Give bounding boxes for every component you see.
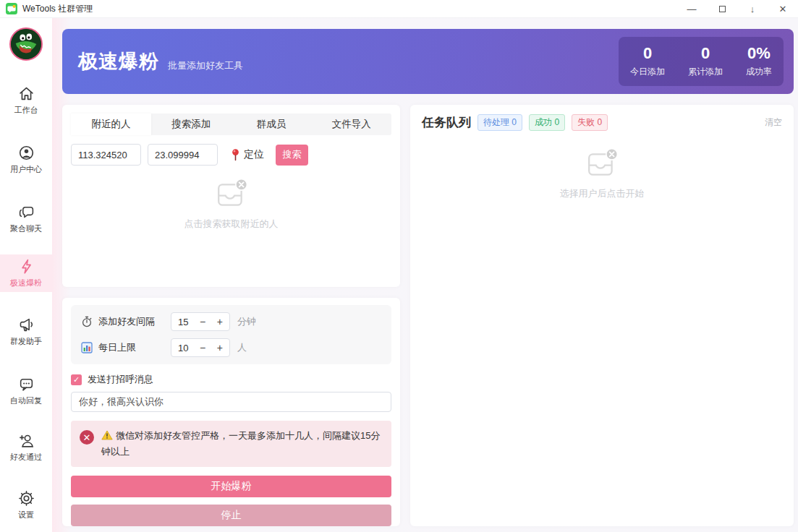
greeting-checkbox-label: 发送打招呼消息 xyxy=(88,373,153,386)
longitude-input[interactable] xyxy=(71,144,141,166)
titlebar: WeTools 社群管理 — ↓ ✕ xyxy=(0,0,798,18)
coordinate-row: 定位 搜索 xyxy=(71,144,391,166)
stop-button[interactable]: 停止 xyxy=(71,505,391,526)
close-button[interactable]: ✕ xyxy=(768,0,798,17)
sidebar-item-label: 自动回复 xyxy=(10,395,42,406)
lightning-icon xyxy=(18,258,35,275)
interval-decrease-button[interactable]: − xyxy=(200,317,205,327)
daily-limit-unit: 人 xyxy=(237,341,247,354)
daily-limit-label: 每日上限 xyxy=(98,341,171,354)
interval-value: 15 xyxy=(178,317,188,327)
sidebar-item-workbench[interactable]: 工作台 xyxy=(0,82,52,119)
success-badge: 成功 0 xyxy=(529,114,565,131)
auto-reply-icon xyxy=(18,376,35,392)
tab-group-members[interactable]: 群成员 xyxy=(232,113,312,135)
greeting-message-input[interactable] xyxy=(71,392,391,412)
badge-count: 0 xyxy=(554,117,559,127)
page-subtitle: 批量添加好友工具 xyxy=(168,59,243,72)
locate-label: 定位 xyxy=(244,148,264,161)
app-logo-icon xyxy=(6,3,17,14)
empty-inbox-icon xyxy=(586,148,618,180)
home-icon xyxy=(18,85,35,102)
sidebar-item-label: 好友通过 xyxy=(10,452,42,463)
maximize-button[interactable] xyxy=(707,0,737,17)
interval-row: 添加好友间隔 15 − + 分钟 xyxy=(81,312,381,331)
stat-value: 0 xyxy=(630,45,665,62)
sidebar-item-user-center[interactable]: 用户中心 xyxy=(0,141,52,179)
badge-count: 0 xyxy=(597,117,602,127)
interval-unit: 分钟 xyxy=(237,315,256,328)
nearby-empty-state: 点击搜索获取附近的人 xyxy=(71,179,391,231)
badge-count: 0 xyxy=(512,117,517,127)
greeting-checkbox-row[interactable]: ✓ 发送打招呼消息 xyxy=(71,373,391,386)
failed-badge: 失败 0 xyxy=(572,114,608,131)
tab-bar: 附近的人 搜索添加 群成员 文件导入 xyxy=(71,113,391,135)
sidebar-item-rapid-fans[interactable]: 极速爆粉 xyxy=(0,254,52,292)
user-icon xyxy=(18,145,35,161)
chat-bubbles-icon xyxy=(18,204,35,220)
sidebar-item-label: 工作台 xyxy=(14,105,38,116)
daily-limit-decrease-button[interactable]: − xyxy=(200,343,205,353)
queue-empty-state: 选择用户后点击开始 xyxy=(422,148,782,200)
search-button[interactable]: 搜索 xyxy=(276,145,308,166)
banner: 极速爆粉 批量添加好友工具 0 今日添加 0 累计添加 0% 成功率 xyxy=(62,29,794,94)
badge-label: 成功 xyxy=(535,117,552,127)
warning-message: 微信对添加好友管控严格，一天最多添加十几人，间隔建议15分钟以上 xyxy=(101,430,380,457)
stat-value: 0 xyxy=(688,45,723,62)
queue-title: 任务队列 xyxy=(422,114,471,131)
sidebar-item-auto-reply[interactable]: 自动回复 xyxy=(0,372,52,410)
stat-total-added: 0 累计添加 xyxy=(688,45,723,77)
download-update-button[interactable]: ↓ xyxy=(737,0,768,17)
empty-inbox-icon xyxy=(216,179,247,210)
sidebar-item-friend-approve[interactable]: 好友通过 xyxy=(0,429,52,466)
pending-badge: 待处理 0 xyxy=(477,114,522,131)
daily-limit-row: 每日上限 10 − + 人 xyxy=(81,338,381,357)
gear-icon xyxy=(18,490,35,507)
warning-triangle-icon xyxy=(101,430,113,440)
daily-limit-increase-button[interactable]: + xyxy=(217,343,223,353)
window-controls: — ↓ ✕ xyxy=(676,0,798,17)
sidebar-item-settings[interactable]: 设置 xyxy=(0,486,52,524)
person-add-icon xyxy=(18,432,35,449)
stat-label: 累计添加 xyxy=(688,66,723,78)
task-queue-panel: 任务队列 待处理 0 成功 0 失败 0 清空 选择用户后点击开始 xyxy=(410,105,794,526)
empty-hint-text: 选择用户后点击开始 xyxy=(560,187,645,200)
sidebar-item-mass-send[interactable]: 群发助手 xyxy=(0,313,52,351)
tab-nearby-people[interactable]: 附近的人 xyxy=(71,113,151,135)
stats-box: 0 今日添加 0 累计添加 0% 成功率 xyxy=(619,37,784,86)
latitude-input[interactable] xyxy=(148,144,218,166)
locate-button[interactable]: 定位 xyxy=(231,148,264,161)
stat-today-added: 0 今日添加 xyxy=(630,45,665,77)
interval-stepper[interactable]: 15 − + xyxy=(171,312,230,331)
minimize-button[interactable]: — xyxy=(676,0,707,17)
interval-increase-button[interactable]: + xyxy=(217,317,223,327)
sidebar-item-label: 用户中心 xyxy=(10,164,42,175)
settings-panel: 添加好友间隔 15 − + 分钟 每日上限 xyxy=(62,298,400,526)
main-content: 极速爆粉 批量添加好友工具 0 今日添加 0 累计添加 0% 成功率 附近的人 … xyxy=(52,18,798,532)
greeting-checkbox[interactable]: ✓ xyxy=(71,374,82,385)
stopwatch-icon xyxy=(81,316,93,327)
badge-label: 失败 xyxy=(577,117,595,127)
start-button[interactable]: 开始爆粉 xyxy=(71,476,391,497)
sidebar-item-label: 极速爆粉 xyxy=(10,278,42,288)
limits-box: 添加好友间隔 15 − + 分钟 每日上限 xyxy=(71,305,391,364)
megaphone-icon xyxy=(18,317,35,333)
tab-file-import[interactable]: 文件导入 xyxy=(311,113,391,135)
error-circle-icon: ✕ xyxy=(80,430,94,445)
stat-label: 今日添加 xyxy=(630,66,665,78)
sidebar-item-aggregate-chat[interactable]: 聚合聊天 xyxy=(0,200,52,238)
warning-text: 微信对添加好友管控严格，一天最多添加十几人，间隔建议15分钟以上 xyxy=(101,428,383,460)
empty-hint-text: 点击搜索获取附近的人 xyxy=(184,218,279,231)
queue-header: 任务队列 待处理 0 成功 0 失败 0 清空 xyxy=(422,112,782,132)
maximize-icon xyxy=(719,6,726,12)
stat-value: 0% xyxy=(746,45,772,62)
stat-success-rate: 0% 成功率 xyxy=(746,45,772,77)
tab-search-add[interactable]: 搜索添加 xyxy=(151,113,232,135)
avatar[interactable] xyxy=(9,27,43,61)
app-title: WeTools 社群管理 xyxy=(22,3,93,15)
daily-limit-stepper[interactable]: 10 − + xyxy=(171,338,230,357)
warning-box: ✕ 微信对添加好友管控严格，一天最多添加十几人，间隔建议15分钟以上 xyxy=(71,421,391,467)
bar-chart-icon xyxy=(81,342,93,353)
interval-label: 添加好友间隔 xyxy=(98,315,171,328)
clear-queue-button[interactable]: 清空 xyxy=(765,116,782,129)
